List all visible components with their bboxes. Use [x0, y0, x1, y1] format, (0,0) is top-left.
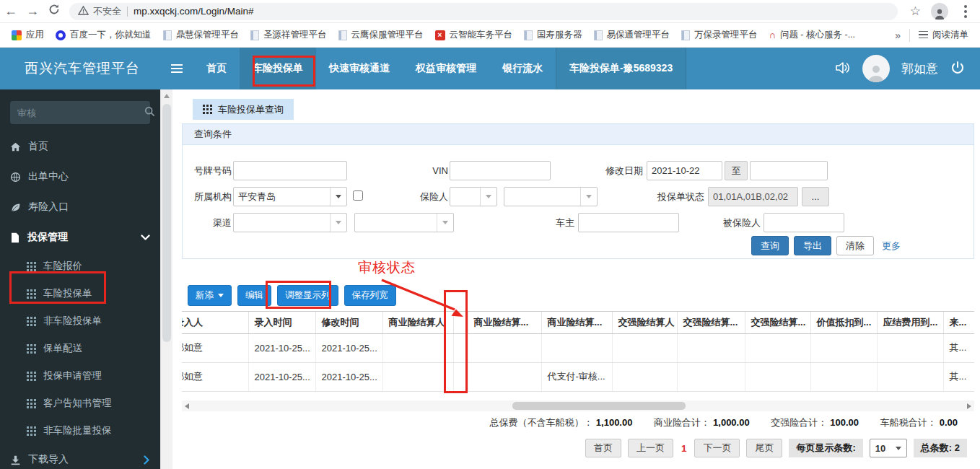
- org-checkbox[interactable]: [353, 190, 363, 201]
- nav-item-policy-tab[interactable]: 车险投保单-豫5689323: [556, 48, 686, 89]
- vertical-scrollbar[interactable]: [160, 89, 172, 469]
- vin-input[interactable]: [450, 161, 551, 180]
- modify-date-from-input[interactable]: [647, 161, 722, 180]
- sidebar-subitem-customer-notice[interactable]: 客户告知书管理: [0, 390, 160, 417]
- edit-button[interactable]: 编辑: [237, 285, 271, 306]
- sidebar-subitem-nonauto-batch[interactable]: 非车险批量投保: [0, 417, 160, 444]
- column-header[interactable]: 应结费用到...: [877, 312, 943, 333]
- column-header[interactable]: 交强险结算人: [612, 312, 677, 333]
- adjust-columns-button[interactable]: 调整显示列: [277, 285, 338, 306]
- sidebar-item-policy-management[interactable]: 投保管理: [0, 222, 160, 253]
- page-size-select[interactable]: 10: [870, 439, 907, 457]
- nav-item-rights-audit[interactable]: 权益审核管理: [403, 48, 489, 89]
- sidebar-search-input[interactable]: [17, 108, 144, 118]
- column-header[interactable]: 录入人: [182, 312, 248, 333]
- bookmark-item[interactable]: 云鹰保服管理平台: [333, 26, 429, 44]
- not-secure-warning-icon[interactable]: [78, 6, 89, 17]
- table-row[interactable]: 郭如意 2021-10-25... 2021-10-25... 代支付-审核..…: [182, 362, 974, 391]
- scroll-up-arrow-icon[interactable]: [164, 94, 170, 98]
- column-header[interactable]: 商业险结算...: [468, 312, 541, 333]
- table-cell: [877, 362, 943, 391]
- owner-input[interactable]: [578, 213, 679, 232]
- channel-select-2[interactable]: [354, 213, 454, 232]
- bookmark-item[interactable]: 万保录管理平台: [675, 26, 764, 44]
- hamburger-menu-icon[interactable]: [160, 48, 193, 89]
- column-header[interactable]: 交强险结算...: [745, 312, 810, 333]
- scroll-left-arrow-icon[interactable]: [185, 403, 189, 409]
- sidebar-item-home[interactable]: 首页: [0, 131, 160, 162]
- add-button[interactable]: 新添: [188, 285, 232, 306]
- sidebar-item-issue-center[interactable]: 出单中心: [0, 162, 160, 192]
- column-header[interactable]: 商业险结算人: [382, 312, 453, 333]
- last-page-button[interactable]: 尾页: [746, 439, 782, 457]
- bookmark-item[interactable]: ∩ 问题 - 核心服务 -...: [764, 26, 862, 44]
- nav-item-fast-audit[interactable]: 快速审核通道: [316, 48, 403, 89]
- bookmark-item[interactable]: 国寿服务器: [518, 26, 588, 44]
- speaker-icon[interactable]: [834, 60, 851, 78]
- prev-page-button[interactable]: 上一页: [628, 439, 673, 457]
- scroll-right-arrow-icon[interactable]: [967, 403, 971, 409]
- reload-icon[interactable]: [43, 4, 65, 19]
- app-logo[interactable]: 西兴汽车管理平台: [0, 48, 160, 89]
- date-to-button[interactable]: 至: [725, 161, 748, 180]
- sidebar-subitem-nonauto-policy[interactable]: 非车险投保单: [0, 307, 160, 335]
- reading-list-button[interactable]: 阅读清单: [913, 26, 974, 44]
- save-column-width-button[interactable]: 保存列宽: [344, 285, 396, 306]
- add-button-label: 新添: [196, 286, 214, 305]
- sidebar-subitem-auto-quote[interactable]: 车险报价: [0, 253, 160, 280]
- search-icon[interactable]: [144, 106, 155, 119]
- bookmark-item[interactable]: 百度一下，你就知道: [50, 26, 157, 44]
- sidebar-subitem-auto-policy[interactable]: 车险投保单: [0, 280, 160, 307]
- more-link[interactable]: 更多: [882, 240, 901, 253]
- sidebar-item-download-import[interactable]: 下载导入: [0, 444, 160, 469]
- horizontal-scrollbar[interactable]: [182, 400, 974, 411]
- bookmark-item-apps[interactable]: 应用: [6, 26, 50, 44]
- nav-item-home[interactable]: 首页: [193, 48, 240, 89]
- grid-icon: [27, 262, 36, 271]
- nav-item-bank-flow[interactable]: 银行流水: [489, 48, 556, 89]
- browser-menu-icon[interactable]: [964, 10, 967, 13]
- first-page-button[interactable]: 首页: [585, 439, 621, 457]
- sidebar-subitem-policy-delivery[interactable]: 保单配送: [0, 335, 160, 362]
- nav-item-auto-policy[interactable]: 车险投保单: [240, 48, 316, 89]
- forward-icon[interactable]: →: [22, 4, 43, 19]
- plate-input[interactable]: [233, 161, 347, 180]
- back-icon[interactable]: ←: [0, 4, 22, 19]
- column-header[interactable]: 商业险结算...: [541, 312, 612, 333]
- table-cell: [541, 333, 612, 362]
- bookmark-item[interactable]: × 云智能车务平台: [429, 26, 519, 44]
- user-avatar[interactable]: [862, 55, 890, 82]
- tab-auto-policy-query[interactable]: 车险投保单查询: [193, 99, 294, 120]
- bookmark-item[interactable]: 易保通管理平台: [588, 26, 676, 44]
- insurer-select-2[interactable]: [504, 187, 598, 206]
- scrollbar-thumb[interactable]: [162, 104, 171, 342]
- modify-date-to-input[interactable]: [750, 161, 828, 180]
- clear-button[interactable]: 清除: [836, 236, 874, 255]
- logout-power-icon[interactable]: [950, 60, 966, 78]
- channel-select-1[interactable]: [233, 213, 347, 232]
- bookmark-star-icon[interactable]: ☆: [910, 4, 921, 19]
- bookmark-item[interactable]: 圣源祥管理平台: [245, 26, 333, 44]
- column-header-hidden[interactable]: [453, 312, 468, 333]
- column-header[interactable]: 交强险结算...: [677, 312, 745, 333]
- org-select[interactable]: 平安青岛: [233, 187, 347, 206]
- export-button[interactable]: 导出: [794, 236, 831, 255]
- bookmark-item[interactable]: 鼎慧保管理平台: [157, 26, 245, 44]
- insured-input[interactable]: [764, 213, 844, 232]
- column-header[interactable]: 录入时间: [248, 312, 315, 333]
- next-page-button[interactable]: 下一页: [694, 439, 740, 457]
- column-header[interactable]: 修改时间: [315, 312, 382, 333]
- status-more-button[interactable]: ...: [802, 187, 829, 206]
- query-button[interactable]: 查询: [751, 236, 789, 255]
- column-header[interactable]: 来...: [943, 312, 974, 333]
- scrollbar-thumb[interactable]: [512, 402, 686, 410]
- table-row[interactable]: 郭如意 2021-10-25... 2021-10-25... 其...: [182, 333, 974, 362]
- column-header[interactable]: 价值抵扣到...: [810, 312, 877, 333]
- address-bar[interactable]: 不安全 mp.xxqckj.com/Login/Main#: [69, 3, 898, 20]
- insurer-select-1[interactable]: [450, 187, 497, 206]
- browser-profile-avatar[interactable]: [931, 3, 948, 20]
- sidebar-item-life-entry[interactable]: 寿险入口: [0, 192, 160, 222]
- sidebar-subitem-application-management[interactable]: 投保申请管理: [0, 362, 160, 390]
- bookmarks-overflow-chevron[interactable]: »: [889, 30, 906, 41]
- status-input[interactable]: [708, 187, 798, 206]
